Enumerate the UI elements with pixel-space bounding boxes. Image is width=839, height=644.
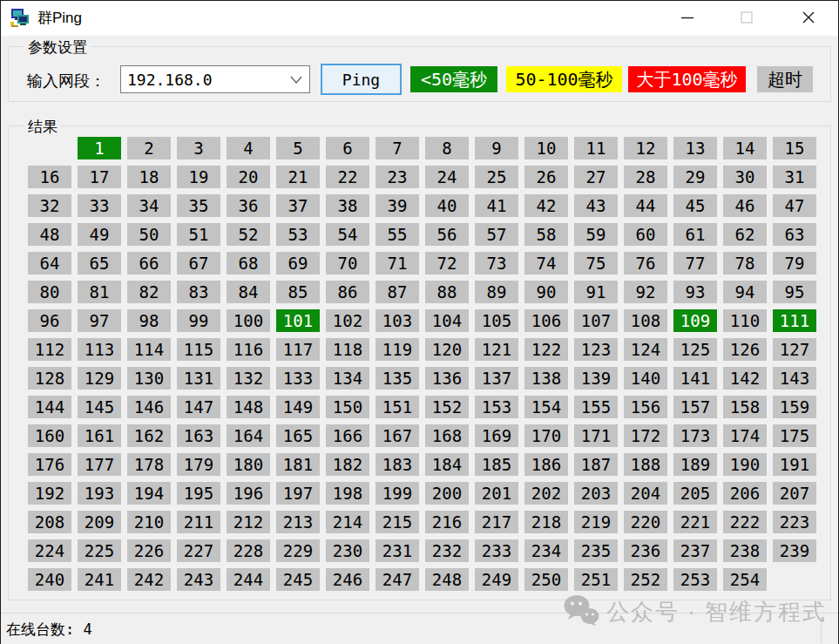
result-cell: 189	[673, 453, 717, 476]
result-cell: 47	[773, 194, 816, 217]
result-cell: 213	[276, 511, 320, 533]
result-cell: 41	[475, 194, 518, 217]
result-cell: 194	[127, 482, 171, 505]
result-cell: 51	[177, 223, 220, 246]
result-cell: 78	[723, 252, 767, 275]
result-cell: 252	[624, 568, 667, 591]
result-cell: 147	[177, 396, 220, 418]
result-cell: 76	[624, 252, 667, 275]
result-cell: 11	[574, 137, 618, 159]
result-cell: 63	[773, 223, 816, 246]
result-cell: 241	[78, 568, 121, 591]
result-cell: 168	[425, 424, 469, 447]
result-cell: 40	[425, 194, 469, 217]
result-cell: 239	[773, 539, 816, 562]
result-cell: 193	[78, 482, 121, 505]
result-cell: 214	[326, 511, 369, 533]
result-cell: 12	[624, 137, 667, 159]
result-cell: 57	[475, 223, 518, 246]
result-cell: 250	[524, 568, 568, 591]
result-cell: 177	[78, 453, 121, 476]
result-cell: 38	[326, 194, 369, 217]
result-cell: 153	[475, 396, 518, 418]
result-cell: 144	[28, 396, 71, 418]
result-cell: 85	[276, 281, 320, 303]
result-cell: 117	[276, 338, 320, 361]
result-cell: 205	[673, 482, 717, 505]
result-cell: 229	[276, 539, 320, 562]
result-cell: 230	[326, 539, 369, 562]
result-cell: 17	[78, 166, 121, 188]
result-cell: 8	[425, 137, 469, 159]
result-cell: 6	[326, 137, 369, 159]
result-cell: 116	[227, 338, 270, 361]
result-cell: 166	[326, 424, 369, 447]
result-cell: 207	[773, 482, 816, 505]
result-cell: 90	[524, 281, 568, 303]
result-cell: 65	[78, 252, 121, 275]
result-cell: 83	[177, 281, 220, 303]
result-cell: 235	[574, 539, 618, 562]
result-cell: 43	[574, 194, 618, 217]
result-cell: 134	[326, 367, 369, 390]
result-cell: 61	[673, 223, 717, 246]
result-cell: 48	[28, 223, 71, 246]
result-cell: 228	[227, 539, 270, 562]
result-cell: 4	[227, 137, 270, 159]
result-cell: 211	[177, 511, 220, 533]
result-cell: 200	[425, 482, 469, 505]
result-cell: 191	[773, 453, 816, 476]
result-cell: 37	[276, 194, 320, 217]
result-cell: 96	[28, 309, 71, 332]
result-cell: 102	[326, 309, 369, 332]
result-cell: 52	[227, 223, 270, 246]
result-cell: 223	[773, 511, 816, 533]
result-cell: 145	[78, 396, 121, 418]
result-cell: 107	[574, 309, 618, 332]
result-cell: 169	[475, 424, 518, 447]
result-cell: 222	[723, 511, 767, 533]
result-cell: 220	[624, 511, 667, 533]
result-cell: 39	[376, 194, 419, 217]
result-cell: 60	[624, 223, 667, 246]
result-cell: 54	[326, 223, 369, 246]
result-cell: 31	[773, 166, 816, 188]
result-cell: 92	[624, 281, 667, 303]
result-cell: 103	[376, 309, 419, 332]
result-cell: 152	[425, 396, 469, 418]
result-cell: 50	[127, 223, 171, 246]
result-cell: 199	[376, 482, 419, 505]
result-cell: 23	[376, 166, 419, 188]
result-cell: 79	[773, 252, 816, 275]
result-cell: 56	[425, 223, 469, 246]
result-cell: 155	[574, 396, 618, 418]
result-cell: 113	[78, 338, 121, 361]
result-cell: 159	[773, 396, 816, 418]
result-cell: 156	[624, 396, 667, 418]
result-cell: 97	[78, 309, 121, 332]
result-cell: 246	[326, 568, 369, 591]
result-cell: 10	[524, 137, 568, 159]
result-cell: 87	[376, 281, 419, 303]
result-cell: 242	[127, 568, 171, 591]
result-cell: 227	[177, 539, 220, 562]
result-cell: 72	[425, 252, 469, 275]
result-cell: 122	[524, 338, 568, 361]
result-cell: 150	[326, 396, 369, 418]
result-cell: 182	[326, 453, 369, 476]
result-cell: 170	[524, 424, 568, 447]
result-cell: 128	[28, 367, 71, 390]
result-cell: 112	[28, 338, 71, 361]
result-cell: 34	[127, 194, 171, 217]
result-cell: 129	[78, 367, 121, 390]
result-cell: 157	[673, 396, 717, 418]
result-cell: 104	[425, 309, 469, 332]
result-cell: 94	[723, 281, 767, 303]
result-cell: 120	[425, 338, 469, 361]
result-cell: 71	[376, 252, 419, 275]
result-cell: 88	[425, 281, 469, 303]
app-window: 群Ping 参数设置 输入网段： 192.168.0 Ping <50毫秒50-…	[0, 0, 839, 644]
result-cell: 181	[276, 453, 320, 476]
result-cell: 44	[624, 194, 667, 217]
result-cell: 91	[574, 281, 618, 303]
